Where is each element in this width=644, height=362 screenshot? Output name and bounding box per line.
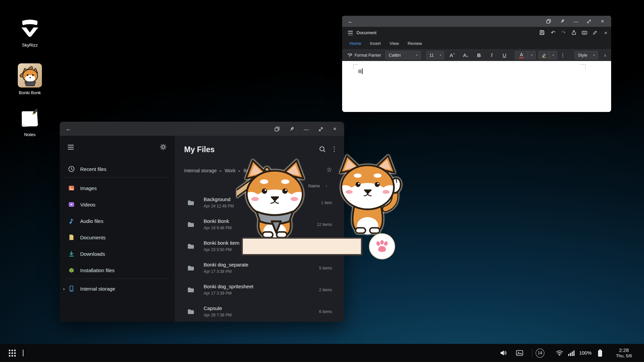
document-menu-row: Document ↶ ↷ (342, 27, 611, 38)
sort-ascending-icon[interactable]: ↑ (325, 183, 328, 188)
maximize-icon[interactable] (585, 17, 593, 25)
save-icon[interactable] (538, 28, 546, 37)
bonki-chat-input[interactable] (241, 237, 362, 255)
tab-home[interactable]: Home (350, 41, 361, 46)
settings-gear-icon[interactable] (160, 143, 167, 150)
chevron-up-icon: ▴ (453, 52, 455, 55)
desktop-icon-label: Notes (10, 132, 50, 137)
file-date: Apr 18 9:46 PM (204, 226, 231, 230)
minimize-icon[interactable]: — (572, 17, 580, 25)
volume-icon[interactable] (499, 344, 508, 362)
sidebar-item-videos[interactable]: Videos (60, 197, 175, 212)
pin-window-icon[interactable] (287, 125, 297, 133)
sidebar-item-images[interactable]: Images (60, 181, 175, 195)
keyboard-icon[interactable] (580, 28, 588, 37)
bold-button[interactable]: B (474, 49, 484, 61)
font-color-button[interactable]: A ▾ (515, 51, 536, 59)
breadcrumb-internal-storage[interactable]: Internal storage (184, 168, 217, 173)
font-color-letter: A (519, 52, 524, 58)
file-date: Apr 17 3:38 PM (204, 269, 231, 274)
paw-icon (373, 238, 391, 255)
close-icon[interactable]: × (330, 125, 339, 133)
document-canvas[interactable]: B (342, 61, 611, 112)
italic-button[interactable]: I (487, 49, 497, 61)
breadcrumb-separator-icon: ▸ (220, 169, 222, 173)
font-name-dropdown[interactable]: Calibri ▾ (385, 51, 421, 59)
tab-insert[interactable]: Insert (370, 41, 381, 46)
underline-button[interactable]: U (499, 49, 509, 61)
file-name: Bonki Bonk (204, 218, 229, 224)
sidebar-item-internal-storage[interactable]: ▾ Internal storage (60, 281, 175, 296)
expand-toolbar-icon[interactable]: › (601, 49, 609, 61)
breadcrumb-work[interactable]: Work (225, 168, 235, 173)
sidebar-item-installation-files[interactable]: Installation files (60, 263, 175, 278)
app-drawer-icon[interactable] (6, 344, 18, 362)
favorite-star-icon[interactable]: ☆ (326, 166, 332, 174)
battery-percent-label: 100% (576, 344, 595, 362)
taskbar-clock[interactable]: 2:28 Thu, 5/8 (610, 344, 638, 362)
sidebar-item-documents[interactable]: Documents (60, 230, 175, 245)
bonki-dog-right[interactable] (332, 153, 403, 236)
paw-button[interactable] (370, 234, 394, 258)
chevron-down-icon[interactable]: ▾ (63, 288, 65, 291)
folder-icon (187, 286, 195, 294)
bonki-dog-left[interactable] (237, 158, 313, 238)
notification-count-badge[interactable]: 14 (536, 344, 544, 362)
menu-icon[interactable] (68, 145, 74, 149)
taskbar-divider (531, 344, 533, 362)
popup-view-icon[interactable] (272, 125, 282, 133)
screen-capture-icon[interactable] (515, 344, 524, 362)
my-files-titlebar[interactable]: ← — × (60, 122, 344, 136)
desktop-icon-notes[interactable]: Notes (10, 108, 50, 137)
font-size-dropdown[interactable]: 11 ▾ (426, 51, 444, 59)
redo-icon[interactable]: ↷ (559, 28, 568, 37)
decrease-font-button[interactable]: A ▾ (460, 49, 471, 61)
more-formatting-icon[interactable]: ⋮ (558, 49, 567, 61)
minimize-icon[interactable]: — (302, 125, 311, 133)
edit-pencil-icon[interactable] (591, 28, 599, 37)
search-icon[interactable] (319, 146, 326, 153)
page-title: My Files (184, 145, 215, 154)
desktop-icon-label: SkyRizz (10, 43, 50, 48)
table-row[interactable]: Capsule Apr 28 7:38 PM 6 items (175, 301, 344, 322)
pin-window-icon[interactable] (558, 17, 567, 25)
chevron-down-icon: ▾ (416, 54, 418, 57)
clock-icon (68, 165, 75, 173)
folder-icon (187, 264, 195, 272)
document-text[interactable]: B (358, 68, 363, 74)
sidebar-item-recent-files[interactable]: Recent files (60, 162, 175, 176)
sidebar-item-downloads[interactable]: Downloads (60, 246, 175, 261)
table-row[interactable]: Bonki dog_separate Apr 17 3:38 PM 5 item… (175, 257, 344, 279)
format-painter-button[interactable]: Format Painter (347, 49, 381, 61)
popup-view-icon[interactable] (544, 17, 553, 25)
document-titlebar[interactable]: ← — × (342, 16, 611, 27)
back-icon[interactable]: ← (64, 124, 73, 133)
cellular-signal-icon[interactable] (567, 344, 576, 362)
share-icon[interactable] (570, 28, 578, 37)
back-icon[interactable]: ← (346, 17, 355, 25)
close-document-icon[interactable]: × (602, 28, 610, 37)
file-date: Apr 24 12:46 PM (204, 204, 234, 208)
file-items-count: 12 items (317, 222, 332, 227)
desktop-icon-skyrizz[interactable]: SkyRizz (10, 19, 50, 48)
more-options-icon[interactable]: ⋮ (331, 145, 337, 153)
wifi-icon[interactable] (555, 344, 564, 362)
increase-font-button[interactable]: A ▴ (447, 49, 458, 61)
chevron-down-icon: ▾ (467, 55, 468, 58)
formatting-toolbar: Format Painter Calibri ▾ 11 ▾ A ▴ A ▾ B (342, 49, 611, 61)
tab-review[interactable]: Review (408, 41, 422, 46)
video-icon (68, 201, 75, 208)
sidebar-item-audio-files[interactable]: Audio files (60, 214, 175, 228)
highlight-color-button[interactable]: ▾ (538, 51, 557, 59)
maximize-icon[interactable] (316, 125, 325, 133)
desktop-icon-bonki-bonk[interactable]: Bonki Bonk (10, 63, 50, 95)
undo-icon[interactable]: ↶ (549, 28, 557, 37)
format-painter-icon (347, 53, 352, 58)
file-items-count: 5 items (319, 266, 332, 270)
table-row[interactable]: Bonki dog_spritesheet Apr 17 3:39 PM 2 i… (175, 279, 344, 301)
bonki-bonk-app-icon (17, 63, 42, 88)
style-dropdown[interactable]: Style ▾ (575, 51, 598, 59)
close-icon[interactable]: × (598, 17, 607, 25)
menu-icon[interactable] (348, 31, 353, 35)
tab-view[interactable]: View (389, 41, 399, 46)
